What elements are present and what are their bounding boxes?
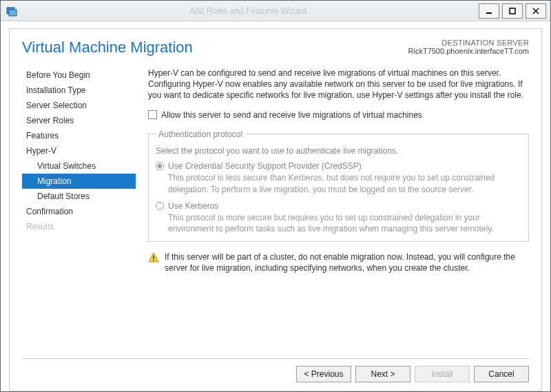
allow-migrations-checkbox-row[interactable]: Allow this server to send and receive li… [148,110,529,121]
cancel-button[interactable]: Cancel [474,366,529,382]
warning-icon [148,252,159,263]
install-button: Install [415,366,470,382]
previous-button[interactable]: < Previous [296,366,351,382]
step-migration[interactable]: Migration [22,174,136,189]
destination-server-info: DESTINATION SERVER RickT7500.phoenix.int… [408,39,529,55]
destination-name: RickT7500.phoenix.interfaceTT.com [408,47,529,55]
step-confirmation[interactable]: Confirmation [22,204,136,219]
radio-kerberos-title: Use Kerberos [168,200,521,212]
step-results: Results [22,219,136,234]
page-description: Hyper-V can be configured to send and re… [148,68,529,101]
auth-legend: Authentication protocol [156,129,245,140]
step-default-stores[interactable]: Default Stores [22,189,136,204]
maximize-button[interactable] [502,3,523,19]
page-header: Virtual Machine Migration DESTINATION SE… [22,39,529,56]
inner-frame: Virtual Machine Migration DESTINATION SE… [9,28,542,391]
step-server-roles[interactable]: Server Roles [22,113,136,128]
auth-intro: Select the protocol you want to use to a… [156,145,521,156]
next-button[interactable]: Next > [355,366,410,382]
step-virtual-switches[interactable]: Virtual Switches [22,158,136,174]
wizard-footer: < Previous Next > Install Cancel [22,358,529,384]
allow-migrations-checkbox[interactable] [148,110,157,119]
radio-credssp-dot[interactable] [156,162,164,170]
radio-credssp[interactable]: Use Credential Security Support Provider… [156,161,521,195]
main-panel: Hyper-V can be configured to send and re… [148,68,529,358]
step-features[interactable]: Features [22,128,136,143]
step-before-you-begin[interactable]: Before You Begin [22,68,136,83]
radio-credssp-body: Use Credential Security Support Provider… [168,161,521,195]
step-installation-type[interactable]: Installation Type [22,83,136,98]
window-title: Add Roles and Features Wizard [19,6,477,16]
app-icon [5,4,19,18]
svg-rect-1 [9,10,17,16]
wizard-steps-sidebar: Before You Begin Installation Type Serve… [22,68,136,358]
wizard-window: Add Roles and Features Wizard Virtual Ma… [0,0,551,392]
destination-label: DESTINATION SERVER [408,39,529,47]
radio-kerberos-dot[interactable] [156,202,164,210]
svg-rect-3 [510,8,515,14]
radio-credssp-title: Use Credential Security Support Provider… [168,161,521,172]
cluster-warning-text: If this server will be part of a cluster… [165,251,529,274]
cluster-warning: If this server will be part of a cluster… [148,251,529,274]
radio-credssp-sub: This protocol is less secure than Kerber… [168,172,521,194]
step-hyper-v[interactable]: Hyper-V [22,143,136,158]
radio-kerberos-body: Use Kerberos This protocol is more secur… [168,200,521,235]
radio-kerberos[interactable]: Use Kerberos This protocol is more secur… [156,200,521,235]
svg-rect-8 [153,260,154,261]
allow-migrations-label: Allow this server to send and receive li… [161,110,422,121]
page-title: Virtual Machine Migration [22,39,408,56]
body-row: Before You Begin Installation Type Serve… [22,68,529,358]
authentication-protocol-group: Authentication protocol Select the proto… [148,129,529,243]
content-area: Virtual Machine Migration DESTINATION SE… [1,21,550,391]
svg-rect-7 [153,256,154,259]
close-button[interactable] [526,3,546,19]
step-server-selection[interactable]: Server Selection [22,98,136,113]
radio-kerberos-sub: This protocol is more secure but require… [168,212,521,234]
minimize-button[interactable] [479,3,499,19]
titlebar: Add Roles and Features Wizard [1,1,550,21]
